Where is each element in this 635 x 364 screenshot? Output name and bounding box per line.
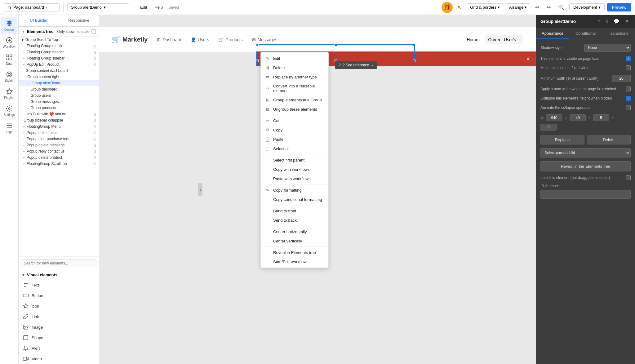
- ctx-replace[interactable]: ⇄ Replace by another type: [261, 72, 328, 82]
- rp-close-icon[interactable]: ✕: [624, 18, 631, 25]
- sidebar-item-settings[interactable]: Settings: [1, 103, 17, 119]
- ctx-edit[interactable]: ✎ Edit: [261, 54, 328, 63]
- grid-borders-btn[interactable]: Grid & borders ▾: [467, 3, 503, 11]
- tree-item-alert-demo[interactable]: ＋ Group alertDemo: [19, 80, 99, 86]
- ctx-copy[interactable]: ⧉ Copy: [261, 125, 328, 135]
- ctx-center-vertical[interactable]: Center vertically: [261, 236, 328, 246]
- nav-users[interactable]: 👤 Users: [191, 37, 209, 42]
- fixed-width-checkbox[interactable]: [626, 65, 631, 70]
- tree-item-group-messages[interactable]: – Group messages: [19, 99, 99, 105]
- tree-item-group-users[interactable]: – Group users: [19, 92, 99, 99]
- page-selector[interactable]: 🗋 Page: dashboard ▾: [4, 3, 60, 11]
- visual-elements-header[interactable]: ▼ Visual elements: [19, 270, 99, 280]
- tree-item-group-scroll[interactable]: ▸ Group Scroll To Top: [19, 37, 99, 43]
- max-width-checkbox[interactable]: [626, 87, 631, 91]
- ve-text[interactable]: Text: [19, 280, 99, 290]
- nav-messages[interactable]: ✉ Messages: [252, 37, 278, 42]
- replace-btn[interactable]: Replace: [540, 135, 584, 144]
- ctx-paste-workflows[interactable]: Paste with workflows: [261, 174, 328, 183]
- ctx-start-workflow[interactable]: Start/Edit workflow: [261, 257, 328, 266]
- reveal-btn[interactable]: Reveal in the Elements tree: [540, 161, 631, 171]
- visible-on-load-checkbox[interactable]: ✓: [626, 56, 631, 61]
- w-input[interactable]: [546, 114, 562, 121]
- tree-item-group-content[interactable]: − Group content dashboard: [19, 68, 99, 74]
- h-input[interactable]: [570, 114, 586, 121]
- search-input[interactable]: [21, 259, 96, 267]
- sidebar-item-data[interactable]: Data: [1, 51, 17, 68]
- nav-products[interactable]: 🛒 Products: [218, 37, 242, 42]
- sidebar-item-workflow[interactable]: Workflow: [1, 34, 17, 51]
- sidebar-item-plugins[interactable]: Plugins: [1, 86, 17, 102]
- menu-edit[interactable]: Edit: [137, 4, 150, 11]
- tree-item-sidebar-colappse[interactable]: Group sidebar colappse ⛓: [19, 117, 99, 123]
- tree-item-floating-menu[interactable]: ＋ FloatingGroup Menu ⛓: [19, 123, 99, 130]
- tree-item-group-right[interactable]: − Group content right: [19, 74, 99, 80]
- animate-collapse-checkbox[interactable]: [626, 105, 631, 110]
- parent-child-select[interactable]: Select parent/child: [540, 148, 631, 158]
- sidebar-item-styles[interactable]: Styles: [1, 69, 17, 85]
- sidebar-item-logs[interactable]: Logs: [1, 120, 17, 136]
- tree-item-group-products[interactable]: – Group products: [19, 105, 99, 111]
- ctx-delete[interactable]: 🗑 Delete: [261, 63, 328, 72]
- tree-item-popup-delete-prod[interactable]: ＋ Popup delete product ⛓: [19, 154, 99, 161]
- collapse-height-checkbox[interactable]: ✓: [626, 96, 631, 101]
- tree-item-floating-header[interactable]: ＋ Floating Group header ⛓: [19, 49, 99, 55]
- close-alert-icon[interactable]: ✕: [526, 56, 530, 62]
- tree-item-popup-reply[interactable]: ＋ Popup reply contact us ⛓: [19, 148, 99, 154]
- tab-responsive[interactable]: Responsive: [59, 15, 99, 26]
- gift-icon[interactable]: 🎁: [442, 2, 453, 13]
- delete-btn[interactable]: Delete: [587, 135, 631, 144]
- tree-item-popup-alert[interactable]: ＋ Popup alert purchase tem... ⛓: [19, 136, 99, 142]
- ve-link[interactable]: Link: [19, 311, 99, 322]
- ctx-reveal-elements[interactable]: Reveal in Elements tree: [261, 248, 328, 257]
- tree-item-popup-delete-user[interactable]: ＋ Popup delete user ⛓: [19, 130, 99, 136]
- shadow-style-select[interactable]: None: [584, 44, 631, 52]
- ve-video[interactable]: Video: [19, 353, 99, 364]
- ctx-send-back[interactable]: Send to back: [261, 215, 328, 225]
- ctx-copy-conditional[interactable]: Copy conditional formatting: [261, 195, 328, 204]
- ctx-bring-front[interactable]: Bring to front: [261, 206, 328, 215]
- menu-help[interactable]: Help: [151, 4, 166, 11]
- tab-ui-builder[interactable]: UI Builder: [19, 15, 59, 26]
- rp-tab-transitions[interactable]: Transitions: [602, 28, 635, 39]
- tree-item-floating-scroll[interactable]: ＋ FloatingGroup Scroll top ⛓: [19, 161, 99, 167]
- nav-current-user[interactable]: Current User's...: [485, 35, 523, 44]
- ctx-group-elements[interactable]: ⊞ Group elements in a Group: [261, 95, 328, 104]
- lock-checkbox[interactable]: [626, 175, 631, 180]
- y-input[interactable]: [540, 124, 557, 131]
- x-input[interactable]: [593, 114, 609, 121]
- rp-info-icon[interactable]: ℹ: [605, 18, 610, 25]
- only-hideable-checkbox[interactable]: [91, 29, 96, 34]
- ve-alert[interactable]: Alert: [19, 343, 99, 353]
- rp-chat-icon[interactable]: 💬: [612, 18, 621, 25]
- rp-help-icon[interactable]: ?: [597, 18, 602, 25]
- ve-button[interactable]: Button: [19, 290, 99, 301]
- sidebar-item-design[interactable]: Design: [1, 17, 17, 34]
- group-selector[interactable]: Group alertDemo ▾: [67, 3, 129, 11]
- undo-btn[interactable]: ↩: [533, 3, 542, 11]
- collapse-tree-icon[interactable]: ▼: [22, 30, 25, 33]
- tree-item-floating-mobile[interactable]: ＋ Floating Group mobile ⛓: [19, 43, 99, 49]
- arrange-btn[interactable]: Arrange ▾: [506, 3, 530, 11]
- search-btn[interactable]: 🔍: [556, 3, 567, 11]
- ve-image[interactable]: Image: [19, 322, 99, 332]
- cursor-btn[interactable]: ↖: [455, 3, 464, 11]
- ctx-copy-workflows[interactable]: Copy with workflows: [261, 165, 328, 174]
- ctx-convert-reusable[interactable]: ✧ Convert into a reusable element: [261, 82, 328, 95]
- ctx-center-horizontal[interactable]: Center horizontally: [261, 227, 328, 236]
- rp-tab-conditional[interactable]: Conditional: [569, 28, 602, 39]
- ctx-paste[interactable]: 📋 Paste: [261, 135, 328, 144]
- see-reference-btn[interactable]: ? ? See reference →: [335, 61, 377, 69]
- ctx-select-first-parent[interactable]: Select first parent: [261, 155, 328, 165]
- rp-tab-appearance[interactable]: Appearance: [536, 28, 569, 39]
- development-btn[interactable]: Development ▾: [569, 3, 605, 11]
- tree-item-popup-edit[interactable]: ＋ PopUp Edit Product ⛓: [19, 61, 99, 68]
- min-width-input[interactable]: [612, 75, 631, 82]
- tree-item-popup-delete-msg[interactable]: ＋ Popup delete message ⛓: [19, 142, 99, 148]
- nav-dashboard[interactable]: ⊞ Dasboard: [157, 37, 181, 42]
- ctx-copy-formatting[interactable]: ✎ Copy formatting: [261, 185, 328, 195]
- redo-btn[interactable]: ↪: [544, 3, 553, 11]
- ve-icon[interactable]: Icon: [19, 301, 99, 311]
- id-attribute-input[interactable]: [540, 190, 631, 199]
- nav-home[interactable]: Home: [467, 37, 478, 42]
